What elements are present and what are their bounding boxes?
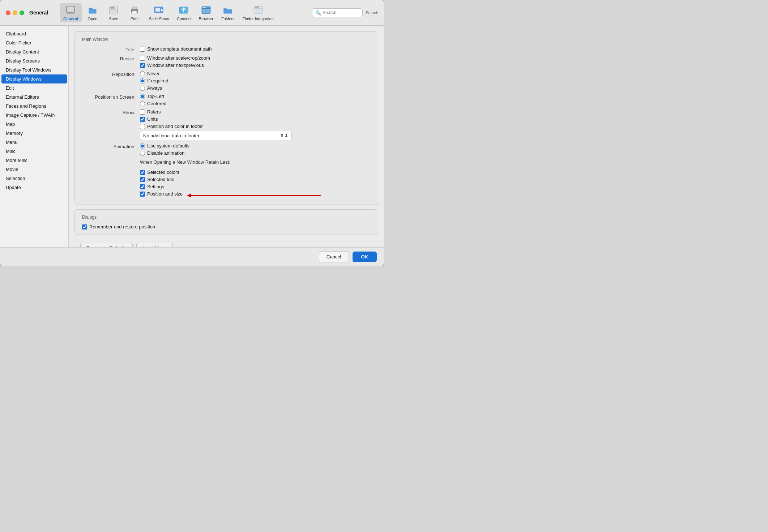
sidebar-item-faces-regions[interactable]: Faces and Regions — [0, 102, 68, 111]
resize-scale-option[interactable]: Window after scale/crop/zoom — [140, 55, 210, 61]
search-input[interactable] — [323, 10, 359, 15]
finder-icon: EXIT — [252, 4, 264, 16]
main-window-section-title: Main Window — [82, 37, 371, 42]
reposition-if-required-option[interactable]: If required — [140, 78, 168, 83]
show-position-color-option[interactable]: Position and color in footer — [140, 124, 292, 129]
reposition-never-option[interactable]: Never — [140, 71, 168, 76]
show-complete-path-checkbox[interactable] — [140, 47, 145, 52]
reposition-always-option[interactable]: Always — [140, 85, 168, 91]
sidebar-item-selection[interactable]: Selection — [0, 174, 68, 183]
show-units-option[interactable]: Units — [140, 116, 292, 122]
anim-disable-option[interactable]: Disable animation — [140, 150, 189, 156]
show-units-checkbox[interactable] — [140, 117, 145, 122]
animation-controls: Use system defaults Disable animation — [140, 143, 189, 156]
sidebar-item-movie[interactable]: Movie — [0, 165, 68, 174]
svg-marker-27 — [187, 193, 191, 198]
retain-tool-checkbox[interactable] — [140, 177, 145, 182]
toolbar-slideshow[interactable]: Slide Show — [145, 3, 172, 22]
show-complete-path-option[interactable]: Show complete document path — [140, 46, 212, 52]
last-values-button[interactable]: Last Values — [136, 243, 173, 247]
sidebar-item-display-windows[interactable]: Display Windows — [1, 74, 67, 83]
print-label: Print — [131, 17, 139, 21]
toolbar-general[interactable]: General — [60, 3, 82, 22]
resize-next-option[interactable]: Window after next/previous — [140, 63, 210, 68]
slideshow-icon — [153, 4, 165, 16]
sidebar-item-edit[interactable]: Edit — [0, 83, 68, 93]
sidebar-item-misc[interactable]: Misc — [0, 147, 68, 156]
resize-scale-checkbox[interactable] — [140, 56, 145, 61]
retain-colors-checkbox[interactable] — [140, 170, 145, 175]
sidebar-item-map[interactable]: Map — [0, 120, 68, 129]
show-controls: Rulers Units Position and color in foote… — [140, 109, 292, 140]
svg-rect-9 — [132, 7, 137, 9]
sidebar-item-clipboard[interactable]: Clipboard — [0, 29, 68, 38]
toolbar-save[interactable]: TIFF JPG PNG Save — [103, 3, 124, 22]
retain-settings-option[interactable]: Settings — [140, 184, 230, 189]
red-arrow-annotation — [183, 192, 321, 199]
sidebar-item-display-content[interactable]: Display Content — [0, 47, 68, 56]
sidebar-item-update[interactable]: Update — [0, 183, 68, 192]
sidebar-item-image-capture[interactable]: Image Capture / TWAIN — [0, 111, 68, 120]
reposition-if-required-radio[interactable] — [140, 78, 145, 83]
toolbar-items: General Open — [60, 3, 311, 22]
minimize-button[interactable] — [13, 10, 17, 15]
resize-label: Resize: — [82, 55, 140, 61]
dialogs-section: Dialogs Remember and restore position — [74, 209, 378, 235]
toolbar-folders[interactable]: Folders — [218, 3, 238, 22]
resize-next-checkbox[interactable] — [140, 63, 145, 68]
sidebar-item-color-picker[interactable]: Color Picker — [0, 38, 68, 47]
ok-button[interactable]: OK — [353, 252, 377, 262]
toolbar-convert[interactable]: Convert — [173, 3, 195, 22]
sidebar-item-external-editors[interactable]: External Editors — [0, 93, 68, 102]
anim-system-option[interactable]: Use system defaults — [140, 143, 189, 149]
right-panel: Main Window Title: Show complete documen… — [69, 26, 384, 247]
position-controls: Top-Left Centered — [140, 94, 166, 106]
sidebar-item-more-misc[interactable]: More Misc — [0, 156, 68, 165]
toolbar-browser[interactable]: Browser — [195, 3, 217, 22]
position-centered-label: Centered — [147, 101, 166, 106]
position-top-left-radio[interactable] — [140, 94, 145, 99]
retain-position-checkbox[interactable] — [140, 192, 145, 197]
show-rulers-option[interactable]: Rulers — [140, 109, 292, 115]
retain-colors-option[interactable]: Selected colors — [140, 170, 230, 175]
reposition-label: Reposition: — [82, 71, 140, 77]
window-footer: Cancel OK — [0, 247, 384, 266]
remember-restore-option[interactable]: Remember and restore position — [82, 224, 371, 229]
retain-settings-checkbox[interactable] — [140, 184, 145, 189]
toolbar-finder[interactable]: EXIT Finder Integration — [239, 3, 277, 22]
reposition-never-radio[interactable] — [140, 71, 145, 76]
anim-disable-radio[interactable] — [140, 151, 145, 156]
svg-rect-5 — [110, 10, 117, 13]
show-units-label: Units — [147, 116, 158, 122]
toolbar-search-box[interactable]: 🔍 — [312, 8, 363, 17]
anim-system-label: Use system defaults — [147, 143, 189, 149]
show-position-color-checkbox[interactable] — [140, 124, 145, 129]
save-label: Save — [109, 17, 118, 21]
position-centered-radio[interactable] — [140, 101, 145, 106]
remember-restore-checkbox[interactable] — [82, 224, 87, 229]
save-icon: TIFF JPG PNG — [108, 4, 119, 16]
sidebar-item-memory[interactable]: Memory — [0, 129, 68, 138]
footer-dropdown[interactable]: No additional data in footer ⬆⬇ — [140, 131, 292, 140]
retain-position-option[interactable]: Position and size — [140, 191, 183, 197]
reposition-never-label: Never — [147, 71, 160, 76]
sidebar-item-menu[interactable]: Menu — [0, 138, 68, 147]
resize-scale-label: Window after scale/crop/zoom — [147, 55, 210, 61]
position-top-left-option[interactable]: Top-Left — [140, 94, 166, 99]
position-centered-option[interactable]: Centered — [140, 101, 166, 106]
show-rulers-checkbox[interactable] — [140, 110, 145, 115]
sidebar-item-display-tool-windows[interactable]: Display Tool Windows — [0, 65, 68, 74]
retain-row: When Opening a New Window Retain Last: S… — [82, 159, 371, 197]
toolbar-print[interactable]: Print — [124, 3, 145, 22]
svg-text:EXIT: EXIT — [255, 6, 259, 8]
anim-system-radio[interactable] — [140, 143, 145, 149]
sidebar-item-display-screens[interactable]: Display Screens — [0, 56, 68, 65]
position-top-left-label: Top-Left — [147, 94, 164, 99]
reposition-always-radio[interactable] — [140, 86, 145, 91]
restore-defaults-button[interactable]: Restore to Defaults — [80, 243, 133, 247]
toolbar-open[interactable]: Open — [82, 3, 103, 22]
retain-tool-option[interactable]: Selected tool — [140, 177, 230, 182]
close-button[interactable] — [6, 10, 10, 15]
maximize-button[interactable] — [20, 10, 24, 15]
cancel-button[interactable]: Cancel — [319, 251, 349, 262]
